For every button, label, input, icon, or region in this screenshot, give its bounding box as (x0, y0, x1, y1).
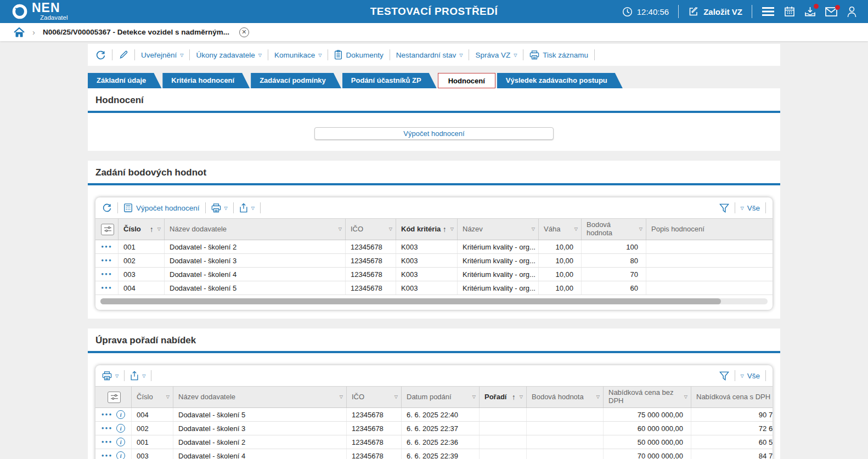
column-filter-icon[interactable]: ▽ (532, 226, 535, 231)
column-filter-icon[interactable]: ▽ (472, 394, 476, 399)
column-header-kod-kriteria[interactable]: Kód kritéria↑▽ (396, 219, 458, 240)
print-table-button[interactable]: ▽ (102, 371, 119, 381)
cell-nazev-dodavatele: Dodavatel - školení 2 (173, 435, 347, 449)
row-menu-icon[interactable]: ●●● (101, 286, 112, 290)
print-table-button[interactable]: ▽ (211, 203, 228, 213)
column-filter-icon[interactable]: ▽ (340, 394, 343, 399)
info-icon[interactable]: i (116, 451, 125, 459)
uprava-table-panel: ▽ ▽ ▽ Vše (95, 365, 773, 459)
column-filter-icon[interactable]: ▽ (339, 226, 342, 231)
toolbar-item-dokumenty[interactable]: Dokumenty (334, 50, 383, 60)
column-filter-icon[interactable]: ▽ (520, 394, 523, 399)
row-menu-icon[interactable]: ●●● (102, 412, 113, 417)
column-header-nazev-dodavatele[interactable]: Název dodavatele▽ (173, 387, 347, 407)
printer-icon (529, 50, 539, 60)
toolbar-item-uverejneni[interactable]: Uveřejnění▽ (141, 51, 183, 59)
cell-bodova-hodnota: 60 (582, 281, 646, 294)
table-row: ●●●i 001 Dodavatel - školení 2 12345678 … (95, 435, 773, 449)
column-filter-icon[interactable]: ▽ (574, 226, 578, 231)
column-header-ico[interactable]: IČO▽ (346, 219, 396, 240)
tab-podani-ucastniku-zp[interactable]: Podání účastníků ZP (342, 73, 437, 88)
filter-icon[interactable] (719, 203, 729, 213)
column-filter-icon[interactable]: ▽ (389, 226, 392, 231)
toolbar-item-komunikace[interactable]: Komunikace▽ (274, 51, 322, 59)
column-header-nabidkova-cena-s-dph[interactable]: Nabídková cena s DPH (691, 387, 773, 407)
toolbar-item-nestandardni-stav[interactable]: Nestandardní stav▽ (396, 51, 463, 59)
calendar-icon[interactable] (784, 6, 795, 17)
row-menu-icon[interactable]: ●●● (102, 440, 113, 444)
column-header-nabidkova-cena-bez-dph[interactable]: Nabídková cena bez DPH▽ (604, 387, 691, 407)
chevron-down-icon: ▽ (258, 53, 262, 58)
cell-nazev-dodavatele: Dodavatel - školení 4 (165, 268, 346, 281)
column-header-poradi[interactable]: Pořadí↑▽ (480, 387, 527, 407)
cell-kod-kriteria: K003 (396, 281, 458, 294)
column-filter-icon[interactable]: ▽ (639, 226, 642, 231)
menu-icon[interactable] (762, 7, 775, 16)
column-filter-icon[interactable]: ▽ (157, 226, 161, 231)
row-menu-icon[interactable]: ●●● (101, 245, 112, 249)
filter-preset-dropdown[interactable]: ▽ Vše (741, 204, 760, 212)
close-record-icon[interactable]: ✕ (239, 27, 249, 37)
column-header-popis-hodnoceni[interactable]: Popis hodnocení (646, 219, 773, 240)
info-icon[interactable]: i (116, 424, 125, 433)
column-header-ico[interactable]: IČO▽ (347, 387, 402, 407)
vypocet-hodnoceni-button[interactable]: Výpočet hodnocení (314, 127, 554, 140)
column-filter-icon[interactable]: ▽ (166, 394, 170, 399)
row-menu-icon[interactable]: ●●● (102, 426, 113, 430)
header-separator (752, 5, 752, 18)
toolbar-separator (151, 370, 151, 381)
table-row: ●●●i 002 Dodavatel - školení 3 12345678 … (95, 422, 773, 435)
column-header-datum-podani[interactable]: Datum podání▽ (402, 387, 480, 407)
column-filter-icon[interactable]: ▽ (596, 394, 600, 399)
toolbar-item-tisk-zaznamu[interactable]: Tisk záznamu (529, 50, 588, 60)
refresh-icon[interactable] (102, 203, 112, 213)
info-icon[interactable]: i (116, 410, 125, 419)
column-filter-icon[interactable]: ▽ (684, 394, 687, 399)
vypocet-hodnoceni-action[interactable]: Výpočet hodnocení (123, 203, 200, 213)
cell-nazev-dodavatele: Dodavatel - školení 5 (165, 281, 346, 294)
row-menu-icon[interactable]: ●●● (101, 258, 112, 263)
breadcrumb-item[interactable]: N006/25/V00005367 - Detekce vozidel s na… (43, 28, 229, 36)
toolbar-item-sprava-vz[interactable]: Správa VZ▽ (475, 51, 517, 59)
cell-cislo: 001 (119, 240, 165, 253)
column-settings-icon[interactable] (108, 392, 121, 403)
tab-vysledek-zadavaciho-postupu[interactable]: Výsledek zadávacího postupu (497, 73, 623, 88)
filter-icon[interactable] (719, 371, 729, 381)
refresh-icon[interactable] (95, 50, 106, 60)
column-header-nazev[interactable]: Název▽ (458, 219, 539, 240)
column-settings-icon[interactable] (101, 224, 114, 235)
tab-hodnoceni[interactable]: Hodnocení (438, 73, 495, 88)
info-icon[interactable]: i (116, 438, 125, 446)
column-header-cislo[interactable]: Číslo▽ (132, 387, 173, 407)
toolbar-separator (328, 49, 328, 60)
column-header-vaha[interactable]: Váha▽ (539, 219, 582, 240)
column-filter-icon[interactable]: ▽ (450, 226, 454, 231)
export-table-button[interactable]: ▽ (130, 371, 145, 381)
cell-cislo: 002 (119, 254, 165, 267)
user-icon[interactable] (847, 6, 857, 18)
column-header-cislo[interactable]: Číslo↑▽ (119, 219, 165, 240)
filter-preset-dropdown[interactable]: ▽ Vše (741, 372, 760, 380)
cell-kod-kriteria: K003 (396, 268, 458, 281)
horizontal-scrollbar[interactable] (100, 298, 768, 304)
cell-ico: 12345678 (346, 268, 396, 281)
record-tabs: Základní údaje Kritéria hodnocení Zadáva… (88, 73, 780, 88)
column-header-nazev-dodavatele[interactable]: Název dodavatele▽ (165, 219, 346, 240)
column-header-bodova-hodnota[interactable]: Bodová hodnota▽ (527, 387, 604, 407)
tab-zakladni-udaje[interactable]: Základní údaje (88, 73, 161, 88)
row-menu-icon[interactable]: ●●● (102, 454, 113, 458)
export-table-button[interactable]: ▽ (239, 203, 255, 213)
create-vz-button[interactable]: Založit VZ (688, 6, 742, 17)
tab-kriteria-hodnoceni[interactable]: Kritéria hodnocení (162, 73, 250, 88)
row-menu-icon[interactable]: ●●● (101, 272, 112, 276)
table-row: ●●●i 004 Dodavatel - školení 5 12345678 … (95, 408, 773, 422)
column-filter-icon[interactable]: ▽ (394, 394, 398, 399)
toolbar-item-ukony-zadavatele[interactable]: Úkony zadavatele▽ (196, 51, 261, 59)
edit-record-icon[interactable] (119, 50, 128, 60)
column-header-bodova-hodnota[interactable]: Bodová hodnota▽ (582, 219, 646, 240)
app-logo[interactable]: NEN Zadavatel (11, 2, 68, 21)
cell-datum-podani: 6. 6. 2025 22:40 (402, 408, 480, 421)
tab-zadavaci-podminky[interactable]: Zadávací podmínky (251, 73, 341, 88)
scrollbar-thumb[interactable] (100, 298, 721, 304)
home-icon[interactable] (14, 27, 25, 37)
